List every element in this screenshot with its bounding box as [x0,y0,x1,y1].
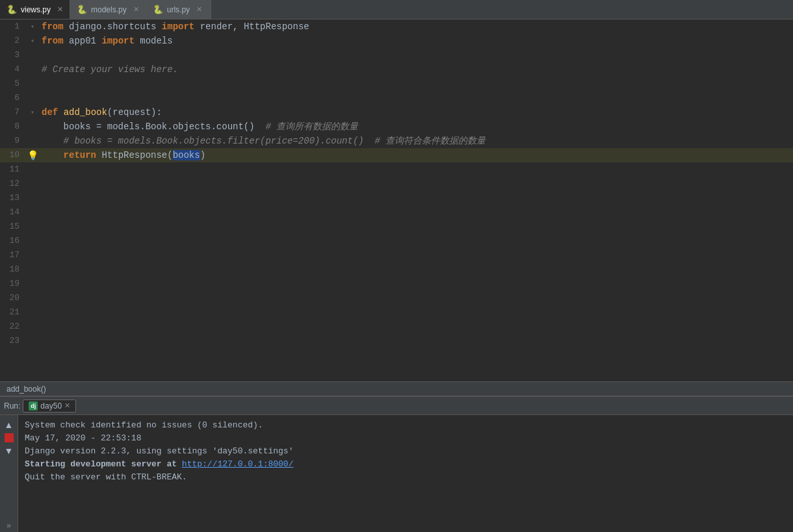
line-gutter-3 [26,48,39,62]
line-number-17: 17 [0,248,26,262]
status-bar: add_book() [0,381,793,396]
line-content-19 [39,277,793,291]
line-content-10: return HttpResponse(books) [39,148,793,162]
line-gutter-16 [26,234,39,248]
code-line-3: 3 [0,48,793,62]
bulb-icon[interactable]: 💡 [27,150,38,161]
tab-bar: 🐍 views.py ✕ 🐍 models.py ✕ 🐍 urls.py ✕ [0,0,793,19]
line-number-13: 13 [0,191,26,205]
line-gutter-10: 💡 [26,148,39,162]
tab-models-label: models.py [91,5,127,14]
code-line-22: 22 [0,320,793,334]
tab-views-close[interactable]: ✕ [57,5,63,14]
run-left-panel: ▲ ▼ » [0,415,18,532]
tab-urls-close[interactable]: ✕ [196,5,202,14]
line-gutter-7: ▾ [26,105,39,120]
run-tab-label: day50 [40,401,62,411]
run-output-line: Django version 2.2.3, using settings 'da… [25,445,786,458]
line-content-18 [39,262,793,277]
run-body: ▲ ▼ » System check identified no issues … [0,415,793,532]
line-number-6: 6 [0,91,26,105]
scroll-up-button[interactable]: ▲ [2,418,16,432]
line-number-21: 21 [0,305,26,320]
line-content-2: from app01 import models [39,34,793,48]
line-number-23: 23 [0,334,26,348]
run-output-line: Starting development server at http://12… [25,458,786,471]
line-number-8: 8 [0,120,26,134]
django-icon: dj [29,401,38,411]
line-content-3 [39,48,793,62]
line-content-15 [39,220,793,234]
line-content-23 [39,334,793,348]
line-number-9: 9 [0,134,26,148]
line-gutter-11 [26,162,39,177]
models-icon: 🐍 [77,5,87,14]
code-line-4: 4# Create your views here. [0,62,793,77]
line-gutter-17 [26,248,39,262]
code-line-17: 17 [0,248,793,262]
stop-button[interactable] [5,433,14,442]
line-content-22 [39,320,793,334]
tab-views[interactable]: 🐍 views.py ✕ [0,0,70,19]
code-line-9: 9 # books = models.Book.objects.filter(p… [0,134,793,148]
line-gutter-19 [26,277,39,291]
urls-icon: 🐍 [153,5,163,14]
code-editor: 1▾from django.shortcuts import render, H… [0,19,793,381]
tab-urls[interactable]: 🐍 urls.py ✕ [146,0,211,19]
fold-icon[interactable]: ▾ [31,108,34,116]
code-line-20: 20 [0,291,793,305]
line-content-13 [39,191,793,205]
line-content-9: # books = models.Book.objects.filter(pri… [39,134,793,148]
status-function: add_book() [6,385,46,394]
line-content-14 [39,205,793,220]
code-line-12: 12 [0,177,793,191]
line-gutter-20 [26,291,39,305]
code-line-11: 11 [0,162,793,177]
line-number-20: 20 [0,291,26,305]
code-line-13: 13 [0,191,793,205]
fold-icon[interactable]: ▾ [31,23,34,31]
line-gutter-15 [26,220,39,234]
run-tab-close[interactable]: ✕ [64,401,70,410]
line-number-15: 15 [0,220,26,234]
line-gutter-21 [26,305,39,320]
code-line-10: 10💡 return HttpResponse(books) [0,148,793,162]
line-gutter-22 [26,320,39,334]
line-number-4: 4 [0,62,26,77]
run-tab-day50[interactable]: dj day50 ✕ [23,399,76,412]
line-gutter-12 [26,177,39,191]
code-line-19: 19 [0,277,793,291]
line-number-7: 7 [0,105,26,120]
line-content-17 [39,248,793,262]
run-output-line: May 17, 2020 - 22:53:18 [25,432,786,445]
expand-icon[interactable]: » [5,520,12,532]
run-output-text: Starting development server at [25,459,182,469]
server-url-link[interactable]: http://127.0.0.1:8000/ [182,459,294,469]
tab-models[interactable]: 🐍 models.py ✕ [70,0,146,19]
code-line-5: 5 [0,77,793,91]
line-content-7: def add_book(request): [39,105,793,120]
line-number-22: 22 [0,320,26,334]
line-content-16 [39,234,793,248]
line-gutter-23 [26,334,39,348]
line-content-8: books = models.Book.objects.count() # 查询… [39,120,793,134]
line-content-12 [39,177,793,191]
line-number-3: 3 [0,48,26,62]
code-line-18: 18 [0,262,793,277]
line-content-1: from django.shortcuts import render, Htt… [39,19,793,34]
code-line-15: 15 [0,220,793,234]
code-line-21: 21 [0,305,793,320]
tab-urls-label: urls.py [167,5,190,14]
line-number-18: 18 [0,262,26,277]
scroll-down-button[interactable]: ▼ [2,444,16,458]
fold-icon[interactable]: ▾ [31,37,34,45]
run-output: System check identified no issues (0 sil… [18,415,793,532]
run-label: Run: [4,401,20,411]
line-number-12: 12 [0,177,26,191]
line-gutter-1: ▾ [26,19,39,34]
line-number-14: 14 [0,205,26,220]
line-number-10: 10 [0,148,26,162]
tab-models-close[interactable]: ✕ [133,5,139,14]
line-number-11: 11 [0,162,26,177]
line-gutter-18 [26,262,39,277]
